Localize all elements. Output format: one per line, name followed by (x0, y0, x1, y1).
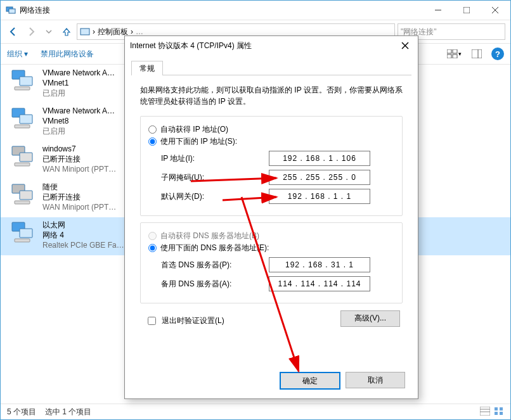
radio-auto-ip-input[interactable] (148, 125, 157, 134)
recent-locations-dropdown[interactable] (41, 24, 56, 39)
control-panel-icon (80, 27, 90, 37)
back-button[interactable] (6, 24, 21, 39)
radio-manual-dns[interactable]: 使用下面的 DNS 服务器地址(E): (148, 243, 394, 253)
adapter-name: VMware Network A… (42, 106, 115, 116)
view-options-button[interactable]: ▾ (446, 46, 462, 62)
adapter-line2: 已断开连接 (42, 192, 116, 202)
adapter-icon (11, 220, 36, 245)
window-title: 网络连接 (20, 5, 424, 16)
preview-pane-button[interactable] (469, 46, 485, 62)
pref-dns-input[interactable]: 192 . 168 . 31 . 1 (269, 257, 370, 272)
svg-rect-34 (500, 412, 503, 415)
svg-rect-31 (495, 407, 498, 410)
breadcrumb-sep: › (131, 27, 133, 36)
svg-rect-8 (453, 49, 457, 53)
svg-rect-32 (500, 407, 503, 410)
dialog-buttons: 确定 取消 (129, 367, 414, 395)
svg-rect-15 (15, 87, 30, 90)
radio-auto-dns-input (148, 232, 157, 240)
up-button[interactable] (59, 24, 74, 39)
minimize-button[interactable] (424, 1, 452, 19)
ok-button[interactable]: 确定 (280, 372, 340, 390)
maximize-button[interactable] (452, 1, 481, 19)
ip-group: 自动获得 IP 地址(O) 使用下面的 IP 地址(S): IP 地址(I): … (140, 116, 403, 216)
tab-general[interactable]: 常规 (131, 61, 163, 75)
svg-rect-17 (20, 115, 32, 124)
dialog-close-button[interactable] (398, 38, 413, 53)
svg-rect-14 (20, 77, 32, 86)
adapter-line3: Realtek PCIe GBE Fa… (42, 240, 124, 250)
adapter-line2: VMnet8 (42, 116, 115, 126)
pref-dns-label: 首选 DNS 服务器(P): (161, 260, 269, 270)
view-details-icon[interactable] (480, 407, 490, 417)
subnet-mask-input[interactable]: 255 . 255 . 255 . 0 (269, 170, 370, 185)
validate-checkbox-input[interactable] (148, 317, 156, 325)
radio-manual-ip-input[interactable] (148, 137, 157, 146)
help-button[interactable]: ? (491, 48, 504, 60)
cancel-button[interactable]: 取消 (346, 372, 405, 388)
radio-auto-dns: 自动获得 DNS 服务器地址(B) (148, 231, 394, 241)
status-count: 5 个项目 (7, 407, 36, 417)
dialog-title: Internet 协议版本 4 (TCP/IPv4) 属性 (130, 41, 398, 51)
organize-menu[interactable]: 组织 ▾ (7, 49, 28, 60)
explorer-window: 网络连接 › 控制面板 › … "网络连接" 组织 ▾ 禁用此网络设备 ▾ ? (0, 0, 511, 420)
advanced-button[interactable]: 高级(V)... (340, 310, 400, 327)
adapter-line2: 网络 4 (42, 230, 124, 240)
alt-dns-input[interactable]: 114 . 114 . 114 . 114 (269, 276, 370, 291)
adapter-line2: 已断开连接 (42, 154, 116, 164)
alt-dns-label: 备用 DNS 服务器(A): (161, 279, 269, 290)
adapter-name: 随便 (42, 182, 116, 192)
svg-rect-9 (447, 54, 451, 58)
adapter-line3: 已启用 (42, 126, 115, 136)
svg-rect-18 (15, 125, 30, 128)
svg-rect-23 (20, 191, 32, 200)
adapter-labels: VMware Network A…VMnet1已启用 (42, 68, 115, 98)
breadcrumb-truncated: … (136, 27, 143, 36)
svg-rect-33 (495, 412, 498, 415)
adapter-name: windows7 (42, 144, 116, 154)
svg-rect-27 (15, 239, 30, 242)
adapter-icon (11, 68, 36, 93)
close-button[interactable] (481, 1, 509, 19)
gateway-input[interactable]: 192 . 168 . 1 . 1 (269, 189, 370, 204)
svg-rect-26 (20, 229, 32, 238)
gateway-label: 默认网关(D): (161, 191, 269, 202)
dialog-info-text: 如果网络支持此功能，则可以获取自动指派的 IP 设置。否则，你需要从网络系统管理… (140, 84, 403, 107)
forward-button[interactable] (23, 24, 39, 39)
svg-rect-7 (447, 49, 451, 53)
svg-rect-24 (15, 201, 30, 204)
dns-group: 自动获得 DNS 服务器地址(B) 使用下面的 DNS 服务器地址(E): 首选… (140, 222, 403, 303)
titlebar: 网络连接 (1, 1, 510, 20)
breadcrumb-item[interactable]: 控制面板 (98, 27, 128, 37)
dialog-titlebar: Internet 协议版本 4 (TCP/IPv4) 属性 (125, 36, 418, 55)
status-selected: 选中 1 个项目 (45, 407, 91, 417)
disable-device-link[interactable]: 禁用此网络设备 (41, 49, 94, 60)
network-connections-icon (6, 5, 16, 15)
svg-rect-11 (472, 49, 482, 58)
view-large-icon[interactable] (494, 407, 504, 417)
adapter-line2: VMnet1 (42, 78, 115, 88)
radio-manual-ip[interactable]: 使用下面的 IP 地址(S): (148, 136, 394, 147)
adapter-labels: VMware Network A…VMnet8已启用 (42, 106, 115, 136)
radio-auto-ip[interactable]: 自动获得 IP 地址(O) (148, 124, 394, 135)
adapter-name: 以太网 (42, 220, 124, 230)
adapter-icon (11, 144, 36, 169)
ipv4-properties-dialog: Internet 协议版本 4 (TCP/IPv4) 属性 常规 如果网络支持此… (124, 35, 418, 399)
svg-rect-28 (480, 407, 490, 416)
adapter-labels: 随便已断开连接WAN Miniport (PPT… (42, 182, 116, 212)
validate-checkbox[interactable]: 退出时验证设置(L) (145, 315, 224, 327)
adapter-labels: windows7已断开连接WAN Miniport (PPT… (42, 144, 116, 174)
adapter-icon (11, 182, 36, 207)
adapter-icon (11, 106, 36, 131)
radio-manual-dns-input[interactable] (148, 244, 157, 252)
svg-rect-3 (463, 7, 470, 13)
ip-address-input[interactable]: 192 . 168 . 1 . 106 (269, 151, 370, 166)
adapter-line3: WAN Miniport (PPT… (42, 164, 116, 174)
svg-rect-6 (81, 29, 89, 35)
status-bar: 5 个项目 选中 1 个项目 (1, 404, 510, 419)
ip-address-label: IP 地址(I): (161, 153, 269, 164)
adapter-name: VMware Network A… (42, 68, 115, 78)
breadcrumb-sep: › (93, 27, 95, 36)
svg-rect-21 (15, 163, 30, 166)
adapter-line3: WAN Miniport (PPT… (42, 202, 116, 212)
